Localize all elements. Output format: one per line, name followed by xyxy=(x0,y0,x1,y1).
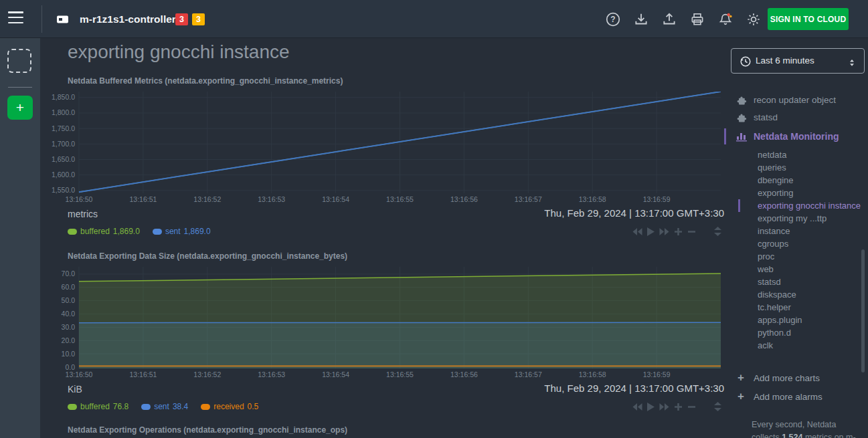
legend-value: 1,869.0 xyxy=(184,227,211,236)
legend-entry[interactable]: sent 38.4 xyxy=(141,402,188,411)
svg-text:1,800.0: 1,800.0 xyxy=(52,108,75,116)
sidebar-scrollbar-thumb[interactable] xyxy=(861,249,865,372)
chart-title: Netdata Buffered Metrics (netdata.export… xyxy=(68,76,724,87)
sidebar-subitem[interactable]: queries xyxy=(758,161,866,174)
legend-label: buffered xyxy=(80,402,110,411)
svg-text:10.0: 10.0 xyxy=(62,350,76,358)
top-bar: m-r1z1s1-controller 3 3 ? SIGN IN TO CLO… xyxy=(0,0,868,38)
resize-handle-icon[interactable] xyxy=(714,402,721,414)
svg-text:?: ? xyxy=(610,15,615,24)
svg-text:13:16:50: 13:16:50 xyxy=(66,195,93,203)
svg-text:60.0: 60.0 xyxy=(62,283,76,291)
critical-alarms-badge[interactable]: 3 xyxy=(175,13,188,25)
sidebar-item-label: statsd xyxy=(754,112,778,122)
legend-entry[interactable]: buffered 76.8 xyxy=(68,402,128,411)
legend-swatch xyxy=(153,229,162,235)
svg-text:13:16:50: 13:16:50 xyxy=(66,370,93,378)
zoom-in-icon[interactable] xyxy=(674,403,683,411)
chevron-updown-icon xyxy=(849,58,855,70)
legend-entry[interactable]: buffered 1,869.0 xyxy=(68,227,140,236)
add-dashboard-button[interactable]: + xyxy=(7,96,33,120)
rewind-icon[interactable] xyxy=(632,228,642,235)
plus-icon: + xyxy=(737,390,744,403)
svg-text:13:16:58: 13:16:58 xyxy=(579,370,606,378)
sidebar-subitem[interactable]: dbengine xyxy=(758,174,866,187)
sidebar-subitem[interactable]: web xyxy=(758,263,866,276)
sidebar-submenu: netdata queries dbengine exporting expor… xyxy=(736,148,866,352)
sidebar-subitem[interactable]: python.d xyxy=(758,326,866,339)
metrics-count: 1,524 xyxy=(782,433,802,438)
svg-text:13:16:52: 13:16:52 xyxy=(193,195,221,203)
legend-value: 38.4 xyxy=(173,402,188,411)
alerts-bell-icon[interactable] xyxy=(717,11,733,27)
print-icon[interactable] xyxy=(689,11,705,27)
sidebar-subitem[interactable]: tc.helper xyxy=(758,301,866,314)
rewind-icon[interactable] xyxy=(632,403,642,411)
sidebar-subitem[interactable]: statsd xyxy=(758,276,866,288)
puzzle-icon xyxy=(736,95,747,110)
sidebar-action[interactable]: + Add more alarms xyxy=(736,391,866,404)
svg-text:13:16:52: 13:16:52 xyxy=(193,370,221,378)
sidebar-item-label: recon updater object xyxy=(754,95,836,105)
sidebar-subitem[interactable]: exporting xyxy=(758,187,866,199)
play-icon[interactable] xyxy=(647,227,655,236)
svg-text:50.0: 50.0 xyxy=(62,296,76,304)
resize-handle-icon[interactable] xyxy=(714,227,721,239)
sidebar-subitem[interactable]: exporting gnocchi instance xyxy=(758,199,866,212)
page-title: exporting gnocchi instance xyxy=(68,41,290,63)
node-title: m-r1z1s1-controller xyxy=(80,13,176,25)
play-icon[interactable] xyxy=(647,403,655,411)
svg-text:13:16:56: 13:16:56 xyxy=(450,195,478,203)
svg-text:13:16:54: 13:16:54 xyxy=(322,195,349,203)
topbar-divider xyxy=(41,5,42,33)
sidebar-subitem[interactable]: apps.plugin xyxy=(758,314,866,326)
sidebar-subitem[interactable]: exporting my ...ttp instance xyxy=(758,212,858,237)
svg-text:20.0: 20.0 xyxy=(62,336,76,344)
fast-forward-icon[interactable] xyxy=(659,403,669,411)
sign-in-to-cloud-button[interactable]: SIGN IN TO CLOUD xyxy=(768,8,849,30)
time-range-label: Last 6 minutes xyxy=(756,56,814,66)
time-range-picker[interactable]: Last 6 minutes xyxy=(731,48,865,74)
legend-value: 1,869.0 xyxy=(113,227,140,236)
sidebar-subitem[interactable]: cgroups xyxy=(758,237,866,250)
chart-title: Netdata Exporting Data Size (netdata.exp… xyxy=(68,251,724,262)
sidebar-item-netdata-monitoring[interactable]: Netdata Monitoring xyxy=(736,130,866,143)
left-rail: + xyxy=(0,38,40,438)
zoom-out-icon[interactable] xyxy=(687,227,696,236)
svg-text:13:16:55: 13:16:55 xyxy=(386,195,414,203)
sidebar-actions: + Add more charts + Add more alarms xyxy=(736,372,866,404)
bar-chart-icon xyxy=(736,131,748,145)
fast-forward-icon[interactable] xyxy=(659,228,669,235)
legend-swatch xyxy=(141,404,151,410)
legend-entry[interactable]: received 0.5 xyxy=(201,402,258,411)
download-icon[interactable] xyxy=(633,11,649,27)
sidebar-item-statsd-top[interactable]: statsd xyxy=(736,111,866,124)
chart-unit-label: metrics xyxy=(68,209,98,219)
chart-exporting-data-size: Netdata Exporting Data Size (netdata.exp… xyxy=(40,251,724,413)
sidebar-subitem[interactable]: aclk xyxy=(758,339,866,352)
legend-entry[interactable]: sent 1,869.0 xyxy=(153,227,211,236)
sidebar-action[interactable]: + Add more charts xyxy=(736,372,866,385)
legend-swatch xyxy=(68,404,77,410)
chart-plot-area[interactable]: 0.010.020.030.040.050.060.070.013:16:501… xyxy=(40,267,721,380)
node-icon xyxy=(56,15,70,27)
settings-gear-icon[interactable] xyxy=(746,11,762,27)
svg-text:13:16:57: 13:16:57 xyxy=(515,370,542,378)
help-icon[interactable]: ? xyxy=(605,11,621,27)
rail-divider xyxy=(8,87,32,88)
sidebar-subitem[interactable]: netdata xyxy=(758,148,866,161)
svg-text:1,750.0: 1,750.0 xyxy=(52,124,75,132)
zoom-in-icon[interactable] xyxy=(674,227,683,236)
dashboard-slot[interactable] xyxy=(7,49,31,73)
upload-icon[interactable] xyxy=(661,11,677,27)
sidebar-subitem[interactable]: diskspace xyxy=(758,288,866,301)
sidebar-item-recon-updater-object[interactable]: recon updater object xyxy=(736,94,866,107)
puzzle-icon xyxy=(736,112,747,127)
zoom-out-icon[interactable] xyxy=(687,403,696,411)
sidebar-subitem[interactable]: proc xyxy=(758,250,866,263)
hamburger-menu-icon[interactable] xyxy=(8,11,28,27)
svg-text:13:16:57: 13:16:57 xyxy=(515,195,542,203)
svg-text:13:16:54: 13:16:54 xyxy=(322,370,349,378)
chart-plot-area[interactable]: 1,550.01,600.01,650.01,700.01,750.01,800… xyxy=(40,92,721,205)
warning-alarms-badge[interactable]: 3 xyxy=(192,13,205,25)
